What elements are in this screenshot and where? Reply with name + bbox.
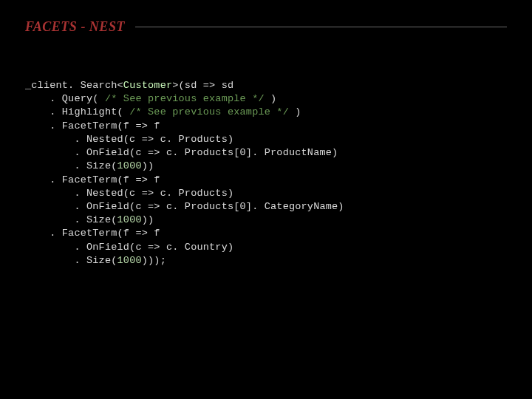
code-line-12: . FacetTerm(f => f — [25, 228, 160, 239]
code-line-1: _client. Search<Customer>(sd => sd — [25, 80, 233, 91]
code-line-5: . Nested(c => c. Products) — [25, 134, 233, 145]
code-line-6: . OnField(c => c. Products[0]. ProductNa… — [25, 147, 338, 158]
code-line-14: . Size(1000))); — [25, 255, 166, 266]
code-line-3: . Highlight( /* See previous example */ … — [25, 106, 301, 117]
code-block: _client. Search<Customer>(sd => sd . Que… — [25, 79, 507, 267]
title-row: FACETS - NEST — [25, 19, 507, 35]
slide: FACETS - NEST _client. Search<Customer>(… — [0, 0, 532, 399]
code-line-10: . OnField(c => c. Products[0]. CategoryN… — [25, 201, 344, 212]
title-divider — [135, 27, 507, 27]
code-line-11: . Size(1000)) — [25, 214, 154, 225]
code-line-7: . Size(1000)) — [25, 160, 154, 171]
code-line-13: . OnField(c => c. Country) — [25, 242, 233, 253]
code-line-8: . FacetTerm(f => f — [25, 174, 160, 185]
code-line-4: . FacetTerm(f => f — [25, 120, 160, 132]
code-line-2: . Query( /* See previous example */ ) — [25, 93, 276, 104]
code-line-9: . Nested(c => c. Products) — [25, 188, 233, 199]
slide-title: FACETS - NEST — [25, 19, 125, 35]
